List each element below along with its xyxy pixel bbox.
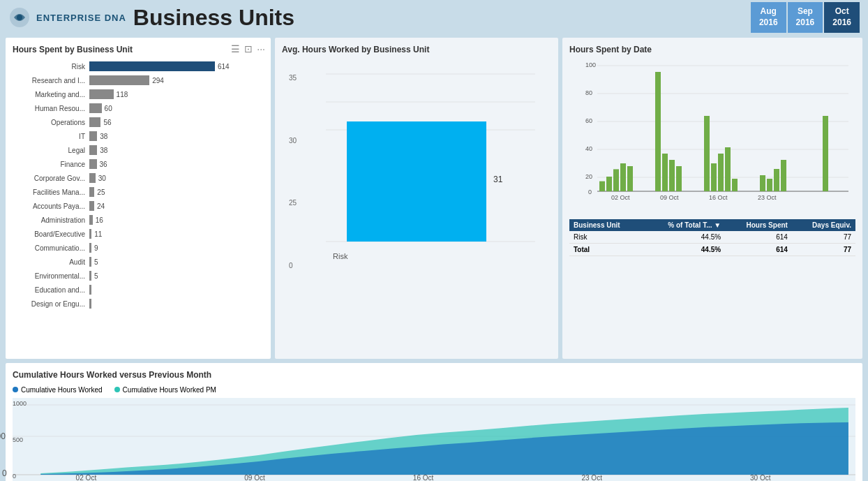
bar-row-2: Marketing and...118 xyxy=(13,88,264,101)
bar-fill-12 xyxy=(89,229,91,239)
cumulative-panel: Cumulative Hours Worked versus Previous … xyxy=(6,363,862,481)
bar-track-4: 56 xyxy=(89,117,264,127)
cumulative-legend-dot xyxy=(13,387,18,392)
svg-point-1 xyxy=(17,15,22,20)
svg-rect-21 xyxy=(599,182,605,191)
bar-track-3: 60 xyxy=(89,103,264,113)
bar-label-6: Legal xyxy=(13,147,89,154)
bar-track-1: 294 xyxy=(89,75,264,85)
bar-row-5: IT38 xyxy=(13,130,264,142)
svg-text:20: 20 xyxy=(585,173,592,180)
svg-rect-22 xyxy=(606,177,612,191)
bar-fill-14 xyxy=(89,257,91,267)
bar-label-0: Risk xyxy=(13,63,89,71)
svg-text:23 Oct: 23 Oct xyxy=(758,194,777,201)
cell-hours-1: 614 xyxy=(725,244,792,256)
table-body: Risk44.5%61477Total44.5%61477 xyxy=(569,231,855,256)
cumulative-pm-label: Cumulative Hours Worked PM xyxy=(123,386,216,394)
bar-track-11: 16 xyxy=(89,215,264,225)
bar-label-15: Environmental... xyxy=(13,272,89,280)
svg-text:40: 40 xyxy=(585,145,592,152)
bar-value-8: 30 xyxy=(98,175,106,182)
cumulative-legend: Cumulative Hours Worked Cumulative Hours… xyxy=(13,385,855,394)
bar-fill-13 xyxy=(89,243,91,253)
bar-label-7: Finance xyxy=(13,161,89,168)
expand-icon[interactable]: ⊡ xyxy=(244,43,253,54)
more-icon[interactable]: ··· xyxy=(257,43,265,54)
col-hours-spent: Hours Spent xyxy=(725,219,792,231)
bar-label-13: Communicatio... xyxy=(13,244,89,252)
bar-fill-10 xyxy=(89,201,94,211)
bar-track-16 xyxy=(89,285,264,295)
bar-track-8: 30 xyxy=(89,173,264,183)
avg-y-mid: 30 xyxy=(289,137,297,145)
cell-days-0: 77 xyxy=(792,231,855,244)
svg-text:80: 80 xyxy=(585,89,592,96)
bar-chart-rows: Risk614Research and I...294Marketing and… xyxy=(13,60,264,310)
bar-label-17: Design or Engu... xyxy=(13,300,89,308)
bar-row-1: Research and I...294 xyxy=(13,74,264,87)
col-pct-total: % of Total T... ▼ xyxy=(643,219,725,231)
bar-fill-5 xyxy=(89,131,97,141)
bar-fill-17 xyxy=(89,299,91,309)
bar-fill-3 xyxy=(89,103,102,113)
bar-track-9: 25 xyxy=(89,187,264,197)
bar-value-5: 38 xyxy=(100,133,107,140)
svg-rect-35 xyxy=(760,175,765,191)
bar-track-10: 24 xyxy=(89,201,264,211)
bar-row-4: Operations56 xyxy=(13,116,264,128)
bar-fill-9 xyxy=(89,187,94,197)
svg-rect-38 xyxy=(781,160,786,191)
bar-row-3: Human Resou...60 xyxy=(13,102,264,114)
bar-label-12: Board/Executive xyxy=(13,230,89,238)
logo-text: ENTERPRISE DNA xyxy=(36,13,126,23)
svg-text:Risk: Risk xyxy=(333,252,348,260)
svg-text:30 Oct: 30 Oct xyxy=(750,474,771,481)
bar-value-15: 5 xyxy=(94,272,98,280)
svg-rect-29 xyxy=(676,166,682,191)
svg-rect-36 xyxy=(767,179,772,191)
bar-fill-15 xyxy=(89,271,91,281)
bar-value-11: 16 xyxy=(96,216,103,224)
bar-row-6: Legal38 xyxy=(13,144,264,156)
svg-text:16 Oct: 16 Oct xyxy=(413,474,434,481)
hours-by-bu-title: Hours Spent by Business Unit xyxy=(13,45,264,54)
bar-label-10: Accounts Paya... xyxy=(13,202,89,210)
bar-value-7: 36 xyxy=(100,161,107,168)
svg-rect-25 xyxy=(627,166,633,191)
svg-text:0: 0 xyxy=(588,188,592,195)
enterprise-dna-logo xyxy=(8,6,31,29)
legend-cumulative-pm: Cumulative Hours Worked PM xyxy=(114,386,216,394)
svg-text:500: 500 xyxy=(0,431,6,441)
svg-rect-39 xyxy=(823,116,828,191)
legend-cumulative: Cumulative Hours Worked xyxy=(13,386,103,394)
bar-track-2: 118 xyxy=(89,89,264,99)
bar-fill-6 xyxy=(89,145,97,155)
summary-table: Business Unit % of Total T... ▼ Hours Sp… xyxy=(569,219,855,256)
bu-table: Business Unit % of Total T... ▼ Hours Sp… xyxy=(569,219,855,352)
oct-2016-button[interactable]: Oct2016 xyxy=(824,2,860,32)
avg-y-max: 35 xyxy=(289,74,297,82)
bar-track-17 xyxy=(89,299,264,309)
bar-row-15: Environmental...5 xyxy=(13,269,264,282)
bar-track-5: 38 xyxy=(89,131,264,141)
svg-text:09 Oct: 09 Oct xyxy=(244,474,265,481)
svg-rect-6 xyxy=(347,121,486,242)
svg-rect-27 xyxy=(662,154,668,191)
aug-2016-button[interactable]: Aug2016 xyxy=(751,2,786,32)
sep-2016-button[interactable]: Sep2016 xyxy=(788,2,823,32)
bar-label-1: Research and I... xyxy=(13,77,89,84)
bar-value-10: 24 xyxy=(97,202,105,210)
hamburger-icon[interactable]: ☰ xyxy=(231,43,240,54)
bar-value-2: 118 xyxy=(117,91,128,98)
bar-label-3: Human Resou... xyxy=(13,105,89,112)
table-row-1: Total44.5%61477 xyxy=(569,244,855,256)
bar-row-13: Communicatio...9 xyxy=(13,242,264,254)
bar-track-6: 38 xyxy=(89,145,264,155)
avg-hours-panel: Avg. Hours Worked by Business Unit 35 30… xyxy=(275,38,558,359)
bar-row-16: Education and... xyxy=(13,283,264,296)
bar-label-5: IT xyxy=(13,133,89,140)
bar-track-14: 5 xyxy=(89,257,264,267)
bar-row-17: Design or Engu... xyxy=(13,297,264,310)
bar-fill-8 xyxy=(89,173,96,183)
